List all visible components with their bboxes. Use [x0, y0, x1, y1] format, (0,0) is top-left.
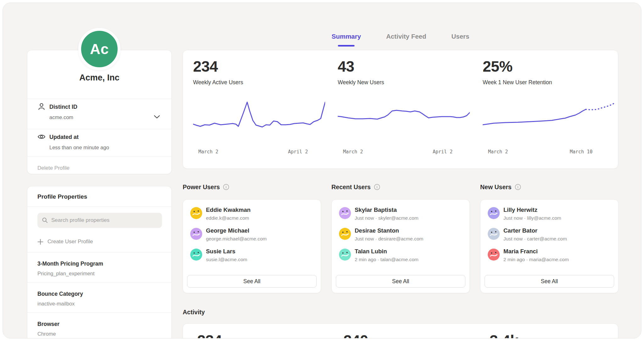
company-name: Acme, Inc — [27, 73, 171, 83]
section-header: New Usersi — [480, 183, 521, 191]
stat-label: Week 1 New User Retention — [483, 79, 552, 86]
svg-text:i: i — [517, 185, 519, 189]
info-icon[interactable]: i — [223, 184, 229, 190]
expand-field-button[interactable] — [154, 114, 160, 118]
user-avatar-face — [190, 249, 202, 261]
user-meta: susie.l@acme.com — [206, 257, 247, 262]
user-name: Eddie Kwakman — [206, 206, 251, 213]
stat-label: Weekly New Users — [338, 79, 384, 86]
user-list-item[interactable]: Skylar BaptistaJust now · skyler@acme.co… — [339, 206, 462, 224]
user-list-item[interactable]: George Michaelgeorge.michael@acme.com — [190, 227, 314, 245]
svg-text:i: i — [376, 185, 378, 189]
divider — [27, 99, 171, 99]
user-avatar-face — [339, 228, 351, 240]
user-meta: Just now · carter@acme.com — [503, 236, 567, 242]
user-meta: Just now · lilly@acme.com — [503, 215, 561, 221]
section-title: Recent Users — [331, 184, 371, 191]
x-axis-label: March 2 — [488, 149, 508, 155]
property-item[interactable]: Bounce Categoryinactive-mailbox — [27, 282, 171, 307]
profile-field-label: Updated at — [49, 134, 79, 140]
stat-column: 43Weekly New UsersMarch 2April 2 — [338, 58, 470, 162]
user-meta: 2 min ago · talan@acme.com — [355, 257, 419, 262]
profile-field-value: Less than one minute ago — [49, 145, 109, 151]
tab-activity-feed[interactable]: Activity Feed — [386, 33, 426, 47]
create-user-profile-button[interactable]: Create User Profile — [37, 236, 93, 247]
user-list-item[interactable]: Carter BatorJust now · carter@acme.com — [488, 227, 611, 245]
user-list-item[interactable]: Talan Lubin2 min ago · talan@acme.com — [339, 248, 462, 266]
user-list-item[interactable]: Susie Larssusie.l@acme.com — [190, 248, 314, 266]
property-value: Pricing_plan_experiment — [37, 271, 161, 277]
info-icon-wrap[interactable]: i — [515, 184, 521, 190]
tab-summary[interactable]: Summary — [331, 33, 361, 47]
user-meta: eddie.k@acme.com — [206, 215, 249, 221]
info-icon-wrap[interactable]: i — [374, 184, 380, 190]
stat-label: Weekly Active Users — [193, 79, 243, 86]
activity-section-title: Activity — [183, 309, 205, 316]
user-avatar — [488, 249, 500, 261]
profile-properties-title: Profile Properties — [37, 193, 87, 200]
activity-stat-value: 3.4k — [490, 332, 518, 338]
user-list-item[interactable]: Desirae StantonJust now · desirare@acme.… — [339, 227, 462, 245]
property-name: Bounce Category — [37, 291, 161, 297]
property-item[interactable]: 3-Month Pricing ProgramPricing_plan_expe… — [27, 252, 171, 277]
activity-stat-value: 240 — [343, 332, 368, 338]
user-avatar — [190, 207, 202, 219]
profile-field-value: acme.com — [49, 114, 73, 120]
user-avatar-face — [488, 249, 500, 261]
sparkline-chart — [483, 93, 615, 145]
user-meta: Just now · skyler@acme.com — [355, 215, 419, 221]
stat-column: 234Weekly Active UsersMarch 2April 2 — [193, 58, 325, 162]
info-icon-wrap[interactable]: i — [223, 184, 229, 190]
user-avatar-face — [190, 207, 202, 219]
user-name: Desirae Stanton — [355, 227, 399, 234]
user-avatar — [339, 249, 351, 261]
activity-stat-value: 234 — [197, 332, 222, 338]
user-name: Susie Lars — [206, 248, 236, 255]
user-meta: Just now · desirare@acme.com — [355, 236, 423, 242]
create-user-profile-label: Create User Profile — [47, 239, 93, 245]
user-list-card: Skylar BaptistaJust now · skyler@acme.co… — [331, 199, 470, 293]
divider — [27, 206, 171, 207]
user-avatar-face — [190, 228, 202, 240]
section-title: New Users — [480, 184, 512, 191]
divider — [27, 156, 171, 157]
profile-properties-card: Profile Properties Create User Profile 3… — [27, 186, 172, 338]
app-window: Ac Acme, Inc Distinct IDacme.comUpdated … — [3, 3, 641, 338]
stat-value: 25% — [483, 58, 513, 75]
sparkline-axis: March 2March 10 — [483, 149, 615, 155]
see-all-button[interactable]: See All — [187, 275, 317, 288]
chevron-down-icon[interactable] — [154, 115, 160, 119]
search-input[interactable] — [51, 217, 158, 223]
sparkline-chart — [193, 93, 325, 145]
section-header: Recent Usersi — [331, 183, 380, 191]
sparkline-chart — [338, 93, 470, 145]
info-icon[interactable]: i — [374, 184, 380, 190]
x-axis-label: April 2 — [433, 149, 452, 155]
user-list-item[interactable]: Eddie Kwakmaneddie.k@acme.com — [190, 206, 314, 224]
see-all-button[interactable]: See All — [485, 275, 614, 288]
sparkline-axis: March 2April 2 — [193, 149, 325, 155]
see-all-button[interactable]: See All — [336, 275, 465, 288]
tab-bar: SummaryActivity FeedUsers — [183, 33, 618, 47]
user-name: Maria Franci — [503, 248, 538, 255]
user-list-item[interactable]: Lilly HerwitzJust now · lilly@acme.com — [488, 206, 611, 224]
user-avatar — [190, 249, 202, 261]
profile-field-label: Distinct ID — [49, 104, 77, 110]
profile-properties-search[interactable] — [37, 213, 162, 228]
eye-icon — [37, 133, 46, 141]
sparkline-axis: March 2April 2 — [338, 149, 470, 155]
tab-users[interactable]: Users — [452, 33, 469, 47]
user-list-item[interactable]: Maria Franci2 min ago · maria@acme.com — [488, 248, 611, 266]
company-avatar-initials: Ac — [90, 41, 109, 58]
x-axis-label: March 2 — [198, 149, 218, 155]
user-avatar-face — [339, 207, 351, 219]
info-icon[interactable]: i — [515, 184, 521, 190]
x-axis-label: March 10 — [570, 149, 592, 155]
user-list-card: Eddie Kwakmaneddie.k@acme.comGeorge Mich… — [183, 199, 321, 293]
property-item[interactable]: BrowserChrome — [27, 312, 171, 337]
user-name: Skylar Baptista — [355, 206, 397, 213]
stat-column: 25%Week 1 New User RetentionMarch 2March… — [483, 58, 615, 162]
summary-stats-card: 234Weekly Active UsersMarch 2April 243We… — [183, 50, 618, 169]
delete-profile-button[interactable]: Delete Profile — [37, 162, 69, 174]
stat-value: 43 — [338, 58, 354, 75]
